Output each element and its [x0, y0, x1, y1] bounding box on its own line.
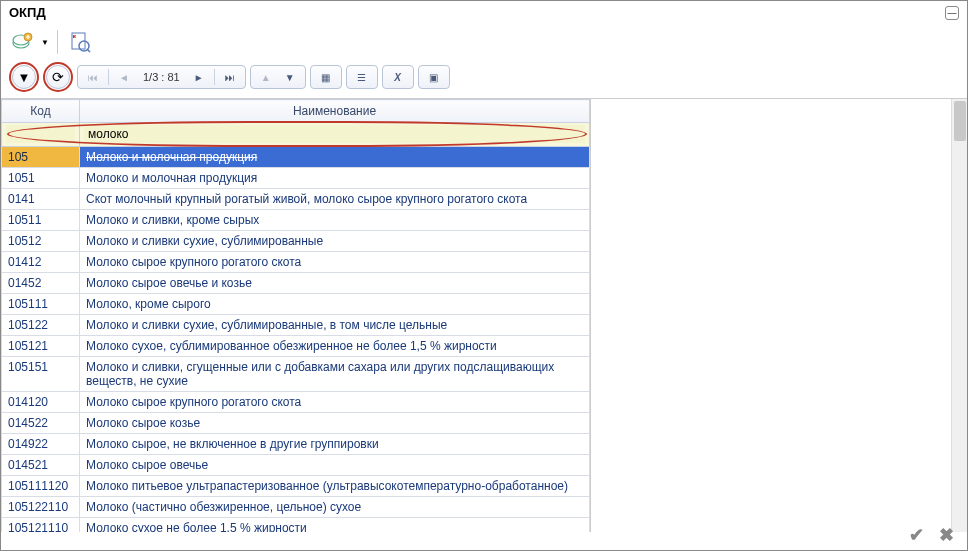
cell-code: 01412: [2, 252, 80, 273]
cell-name: Молоко и сливки сухие, сублимированные, …: [80, 315, 590, 336]
nav-toolbar: ▼ ⟳ ⏮ ◄ 1/3 : 81 ► ⏭ ▲ ▼ ▦ ☰ X ▣: [1, 60, 967, 98]
refresh-icon: ⟳: [52, 69, 64, 85]
scroll-thumb[interactable]: [954, 101, 966, 141]
cell-code: 014922: [2, 434, 80, 455]
table-row[interactable]: 105Молоко и молочная продукция: [2, 147, 590, 168]
table-row[interactable]: 105151Молоко и сливки, сгущенные или с д…: [2, 357, 590, 392]
export-icon: X: [68, 30, 92, 54]
cell-name: Молоко и сливки, кроме сырых: [80, 210, 590, 231]
table-row[interactable]: 105111120Молоко питьевое ультрапастеризо…: [2, 476, 590, 497]
export-button[interactable]: X: [66, 28, 94, 56]
table-row[interactable]: 105122Молоко и сливки сухие, сублимирова…: [2, 315, 590, 336]
separator: [57, 30, 58, 54]
dropdown-arrow-icon[interactable]: ▼: [41, 38, 49, 47]
table-row[interactable]: 1051Молоко и молочная продукция: [2, 168, 590, 189]
list-view-button[interactable]: ☰: [351, 67, 373, 87]
table-row[interactable]: 105121Молоко сухое, сублимированное обез…: [2, 336, 590, 357]
last-page-button[interactable]: ⏭: [219, 67, 241, 87]
cell-name: Молоко и молочная продукция: [80, 168, 590, 189]
cell-name: Молоко сырое крупного рогатого скота: [80, 252, 590, 273]
cell-name: Молоко питьевое ультрапастеризованное (у…: [80, 476, 590, 497]
cell-code: 105111120: [2, 476, 80, 497]
cell-code: 105111: [2, 294, 80, 315]
cell-code: 014521: [2, 455, 80, 476]
next-page-button[interactable]: ►: [188, 67, 210, 87]
table-row[interactable]: 10512Молоко и сливки сухие, сублимирован…: [2, 231, 590, 252]
table-row[interactable]: 10511Молоко и сливки, кроме сырых: [2, 210, 590, 231]
table-row[interactable]: 01412Молоко сырое крупного рогатого скот…: [2, 252, 590, 273]
table-row[interactable]: 014922Молоко сырое, не включенное в друг…: [2, 434, 590, 455]
first-page-button[interactable]: ⏮: [82, 67, 104, 87]
cell-code: 10512: [2, 231, 80, 252]
select-button[interactable]: ▣: [423, 67, 445, 87]
confirm-button[interactable]: ✔: [905, 524, 927, 546]
sort-desc-button[interactable]: ▼: [279, 67, 301, 87]
filter-button[interactable]: ▼: [12, 65, 36, 89]
table-row[interactable]: 0141Скот молочный крупный рогатый живой,…: [2, 189, 590, 210]
document-plus-icon: [11, 30, 35, 54]
table-row[interactable]: 105121110Молоко сухое не более 1,5 % жир…: [2, 518, 590, 533]
svg-text:X: X: [74, 34, 77, 39]
results-table: Код Наименование 105Молоко и молочная пр…: [1, 99, 590, 532]
cell-name: Молоко сырое козье: [80, 413, 590, 434]
cell-name: Молоко и сливки, сгущенные или с добавка…: [80, 357, 590, 392]
minimize-button[interactable]: —: [945, 6, 959, 20]
table-row[interactable]: 105111Молоко, кроме сырого: [2, 294, 590, 315]
cell-code: 1051: [2, 168, 80, 189]
cell-code: 0141: [2, 189, 80, 210]
table-row[interactable]: 105122110Молоко (частично обезжиренное, …: [2, 497, 590, 518]
table-row[interactable]: 014522Молоко сырое козье: [2, 413, 590, 434]
table-row[interactable]: 014521Молоко сырое овечье: [2, 455, 590, 476]
cell-code: 10511: [2, 210, 80, 231]
table-row[interactable]: 01452Молоко сырое овечье и козье: [2, 273, 590, 294]
page-indicator: 1/3 : 81: [137, 71, 186, 83]
column-header-code[interactable]: Код: [2, 100, 80, 123]
filter-icon: ▼: [18, 70, 31, 85]
cell-code: 014120: [2, 392, 80, 413]
cell-name: Скот молочный крупный рогатый живой, мол…: [80, 189, 590, 210]
grid-view-button[interactable]: ▦: [315, 67, 337, 87]
detail-pane: [591, 99, 967, 532]
filter-code-input[interactable]: [6, 125, 75, 143]
main-toolbar: ▼ X: [1, 24, 967, 60]
cell-name: Молоко сухое, сублимированное обезжиренн…: [80, 336, 590, 357]
cell-code: 105121: [2, 336, 80, 357]
sort-asc-button[interactable]: ▲: [255, 67, 277, 87]
cell-code: 105122: [2, 315, 80, 336]
cell-code: 105121110: [2, 518, 80, 533]
cell-code: 105122110: [2, 497, 80, 518]
cell-code: 105151: [2, 357, 80, 392]
scrollbar[interactable]: [951, 99, 967, 532]
prev-page-button[interactable]: ◄: [113, 67, 135, 87]
cell-name: Молоко и сливки сухие, сублимированные: [80, 231, 590, 252]
cell-name: Молоко сухое не более 1,5 % жирности: [80, 518, 590, 533]
cell-code: 01452: [2, 273, 80, 294]
cell-name: Молоко сырое овечье: [80, 455, 590, 476]
cancel-button[interactable]: ✖: [935, 524, 957, 546]
cell-name: Молоко сырое, не включенное в другие гру…: [80, 434, 590, 455]
table-row[interactable]: 014120Молоко сырое крупного рогатого ско…: [2, 392, 590, 413]
window-title: ОКПД: [9, 5, 46, 20]
cell-name: Молоко сырое овечье и козье: [80, 273, 590, 294]
cell-code: 014522: [2, 413, 80, 434]
new-document-button[interactable]: [9, 28, 37, 56]
cell-code: 105: [2, 147, 80, 168]
cell-name: Молоко и молочная продукция: [80, 147, 590, 168]
refresh-button[interactable]: ⟳: [46, 65, 70, 89]
column-header-name[interactable]: Наименование: [80, 100, 590, 123]
clear-button[interactable]: X: [387, 67, 409, 87]
results-table-container: Код Наименование 105Молоко и молочная пр…: [1, 99, 591, 532]
cell-name: Молоко, кроме сырого: [80, 294, 590, 315]
cell-name: Молоко сырое крупного рогатого скота: [80, 392, 590, 413]
filter-name-input[interactable]: [84, 125, 585, 143]
footer: ✔ ✖: [895, 520, 967, 550]
cell-name: Молоко (частично обезжиренное, цельное) …: [80, 497, 590, 518]
